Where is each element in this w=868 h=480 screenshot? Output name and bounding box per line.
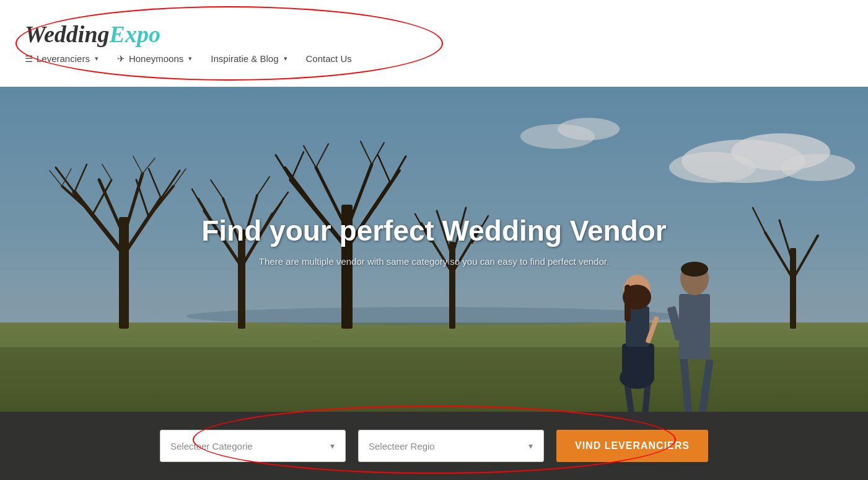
nav-item-contact[interactable]: Contact Us — [306, 53, 352, 64]
nav-item-leveranciers[interactable]: ☰ Leveranciers ▾ — [25, 53, 99, 64]
chevron-down-icon-leveranciers: ▾ — [95, 55, 99, 63]
chevron-down-icon-honeymoons: ▾ — [188, 55, 192, 63]
hero-section: Find your perfect Wedding Vendor There a… — [0, 87, 868, 480]
header-inner: WeddingExpo ☰ Leveranciers ▾ ✈ Honeymoon… — [25, 22, 843, 64]
header: WeddingExpo ☰ Leveranciers ▾ ✈ Honeymoon… — [0, 0, 868, 87]
nav-label-inspiratie: Inspiratie & Blog — [211, 53, 278, 64]
logo-wedding: Wedding — [25, 21, 110, 47]
region-select[interactable]: Selecteer Regio Amsterdam Rotterdam Den … — [358, 430, 544, 462]
hero-title: Find your perfect Wedding Vendor — [201, 214, 667, 247]
plane-icon: ✈ — [117, 53, 125, 64]
region-select-wrapper: Selecteer Regio Amsterdam Rotterdam Den … — [358, 430, 544, 462]
category-select-wrapper: Selecteer Categorie Fotografie Catering … — [160, 430, 346, 462]
logo-expo: Expo — [110, 21, 160, 47]
category-select[interactable]: Selecteer Categorie Fotografie Catering … — [160, 430, 346, 462]
nav-item-honeymoons[interactable]: ✈ Honeymoons ▾ — [117, 53, 192, 64]
search-bar: Selecteer Categorie Fotografie Catering … — [0, 412, 868, 480]
nav-label-honeymoons: Honeymoons — [129, 53, 183, 64]
hero-subtitle: There are multiple vendor with same cate… — [259, 256, 609, 267]
nav-item-inspiratie[interactable]: Inspiratie & Blog ▾ — [211, 53, 287, 64]
main-nav: ☰ Leveranciers ▾ ✈ Honeymoons ▾ Inspirat… — [25, 53, 843, 64]
nav-label-contact: Contact Us — [306, 53, 352, 64]
nav-list: ☰ Leveranciers ▾ ✈ Honeymoons ▾ Inspirat… — [25, 53, 843, 64]
search-button[interactable]: VIND LEVERANCIERS — [556, 430, 708, 462]
logo[interactable]: WeddingExpo — [25, 22, 843, 46]
nav-label-leveranciers: Leveranciers — [37, 53, 90, 64]
chevron-down-icon-inspiratie: ▾ — [284, 55, 287, 63]
grid-icon: ☰ — [25, 53, 33, 64]
